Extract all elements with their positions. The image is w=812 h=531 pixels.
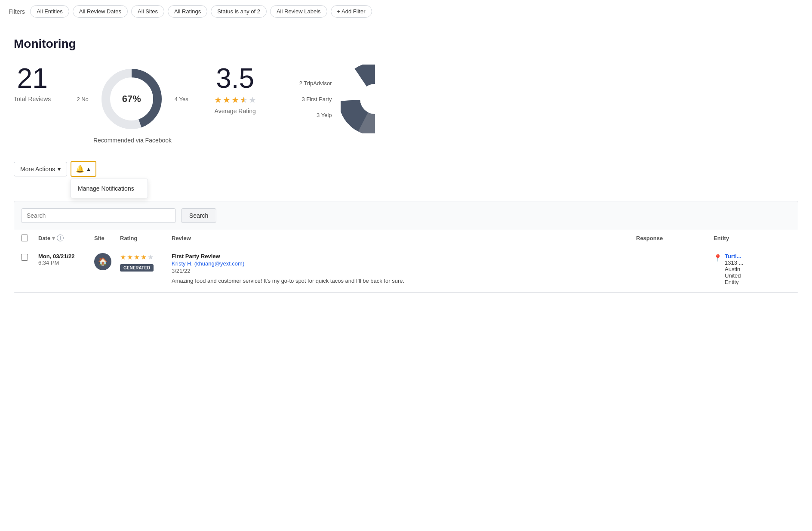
row-review-cell: First Party Review Kristy H. (khuang@yex…	[172, 253, 636, 285]
notifications-dropdown: Manage Notifications	[71, 179, 148, 198]
rs-2: ★	[127, 253, 133, 261]
bell-icon: 🔔	[76, 165, 84, 173]
review-title: First Party Review	[172, 253, 636, 259]
search-input[interactable]	[21, 208, 176, 223]
actions-row: More Actions ▾ 🔔 ▲ Manage Notifications	[14, 161, 798, 177]
filter-all-review-dates[interactable]: All Review Dates	[73, 5, 128, 18]
rs-e-1: ★	[148, 253, 154, 261]
table: Date ▾ i Site Rating Review Response Ent…	[14, 230, 798, 293]
more-actions-chevron-icon: ▾	[58, 166, 61, 173]
filter-status[interactable]: Status is any of 2	[211, 5, 267, 18]
th-entity: Entity	[714, 235, 791, 241]
rs-3: ★	[134, 253, 140, 261]
main-content: Monitoring 21 Total Reviews 2 No 67%	[0, 23, 812, 293]
donut-chart: 67%	[97, 65, 166, 133]
row-entity-cell: 📍 Turtl... 1313 ... Austin United Entity	[714, 253, 791, 285]
row-date: Mon, 03/21/22 6:34 PM	[38, 253, 94, 266]
star-3: ★	[231, 95, 239, 105]
date-info-icon[interactable]: i	[57, 235, 64, 241]
review-text: Amazing food and customer service! It's …	[172, 277, 636, 285]
row-rating-stars: ★ ★ ★ ★ ★	[120, 253, 172, 261]
pie-legend-tripadvisor: 2 TripAdvisor	[299, 80, 332, 86]
total-reviews-value: 21	[14, 65, 51, 92]
total-reviews-stat: 21 Total Reviews	[14, 65, 51, 102]
page-title: Monitoring	[14, 37, 798, 51]
rs-4: ★	[141, 253, 147, 261]
th-review: Review	[172, 235, 636, 241]
table-row: Mon, 03/21/22 6:34 PM 🏠 ★ ★ ★ ★ ★ GENERA…	[14, 246, 798, 293]
entity-info: Turtl... 1313 ... Austin United Entity	[725, 253, 743, 285]
entity-type: Entity	[725, 279, 743, 285]
filters-label: Filters	[9, 8, 25, 15]
star-2: ★	[223, 95, 231, 105]
table-header: Date ▾ i Site Rating Review Response Ent…	[14, 230, 798, 246]
star-half: ★★	[240, 95, 248, 105]
pie-chart	[341, 65, 375, 133]
th-site: Site	[94, 235, 120, 241]
th-rating: Rating	[120, 235, 172, 241]
row-time-value: 6:34 PM	[38, 259, 94, 266]
notifications-button-wrap: 🔔 ▲ Manage Notifications	[71, 161, 96, 177]
donut-no-label: 2 No	[77, 96, 88, 102]
th-date: Date ▾ i	[38, 235, 94, 241]
row-checkbox[interactable]	[21, 254, 28, 261]
pie-legend-yelp: 3 Yelp	[299, 112, 332, 118]
add-filter-button[interactable]: + Add Filter	[331, 5, 372, 18]
donut-percentage: 67%	[122, 93, 141, 105]
rating-stars: ★ ★ ★ ★★ ★	[214, 95, 256, 105]
donut-chart-container: 2 No 67% 4 Yes Recommended via Facebook	[77, 65, 188, 144]
search-button[interactable]: Search	[181, 208, 216, 223]
total-reviews-label: Total Reviews	[14, 96, 51, 102]
star-empty-1: ★	[249, 95, 256, 105]
search-row: Search	[14, 201, 798, 230]
donut-yes-label: 4 Yes	[175, 96, 188, 102]
row-date-value: Mon, 03/21/22	[38, 253, 94, 259]
filter-all-sites[interactable]: All Sites	[131, 5, 164, 18]
sort-icon[interactable]: ▾	[52, 235, 55, 241]
more-actions-button[interactable]: More Actions ▾	[14, 162, 67, 176]
filter-all-ratings[interactable]: All Ratings	[168, 5, 207, 18]
th-checkbox	[21, 235, 38, 241]
pie-chart-container: 2 TripAdvisor 3 First Party 3 Yelp	[299, 65, 375, 133]
entity-addr1: 1313 ...	[725, 259, 743, 266]
site-icon: 🏠	[94, 253, 111, 270]
notifications-button[interactable]: 🔔 ▲	[71, 161, 96, 177]
pie-legend-firstparty: 3 First Party	[299, 96, 332, 102]
entity-addr3: United	[725, 272, 743, 279]
entity-name[interactable]: Turtl...	[725, 253, 743, 259]
review-date: 3/21/22	[172, 268, 636, 274]
star-1: ★	[214, 95, 222, 105]
filter-bar: Filters All Entities All Review Dates Al…	[0, 0, 812, 23]
average-rating-label: Average Rating	[214, 108, 256, 114]
generated-badge: GENERATED	[120, 264, 154, 272]
table-section: Search Date ▾ i Site Rating Review Respo…	[14, 201, 798, 293]
th-response: Response	[636, 235, 714, 241]
average-rating-stat: 3.5 ★ ★ ★ ★★ ★ Average Rating	[214, 65, 256, 114]
filter-all-review-labels[interactable]: All Review Labels	[270, 5, 327, 18]
review-author: Kristy H. (khuang@yext.com)	[172, 260, 636, 267]
rs-1: ★	[120, 253, 126, 261]
location-icon: 📍	[714, 254, 722, 262]
donut-title: Recommended via Facebook	[93, 137, 172, 144]
manage-notifications-item[interactable]: Manage Notifications	[71, 181, 148, 196]
entity-addr2: Austin	[725, 266, 743, 272]
row-rating-cell: ★ ★ ★ ★ ★ GENERATED	[120, 253, 172, 272]
stats-row: 21 Total Reviews 2 No 67% 4 Yes Recommen	[14, 65, 798, 144]
average-rating-value: 3.5	[214, 65, 256, 92]
filter-all-entities[interactable]: All Entities	[30, 5, 69, 18]
select-all-checkbox[interactable]	[21, 235, 28, 241]
chevron-up-icon: ▲	[86, 166, 91, 172]
row-checkbox-cell	[21, 253, 38, 261]
more-actions-label: More Actions	[20, 166, 55, 173]
row-site-icon-cell: 🏠	[94, 253, 120, 270]
